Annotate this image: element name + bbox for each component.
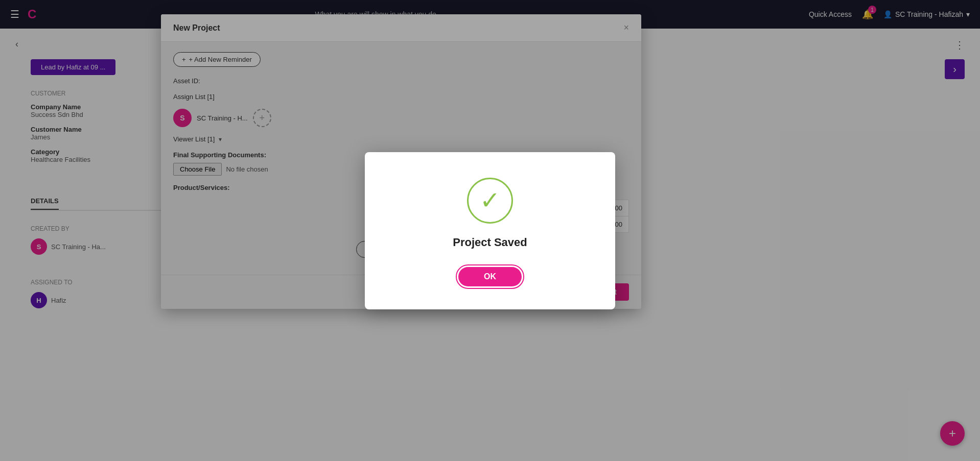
success-circle: ✓ (467, 178, 513, 224)
ok-button-wrapper: OK (456, 264, 524, 289)
ok-button[interactable]: OK (458, 267, 522, 286)
success-dialog: ✓ Project Saved OK (365, 152, 615, 309)
success-title: Project Saved (453, 236, 527, 249)
success-check-icon: ✓ (480, 188, 500, 213)
